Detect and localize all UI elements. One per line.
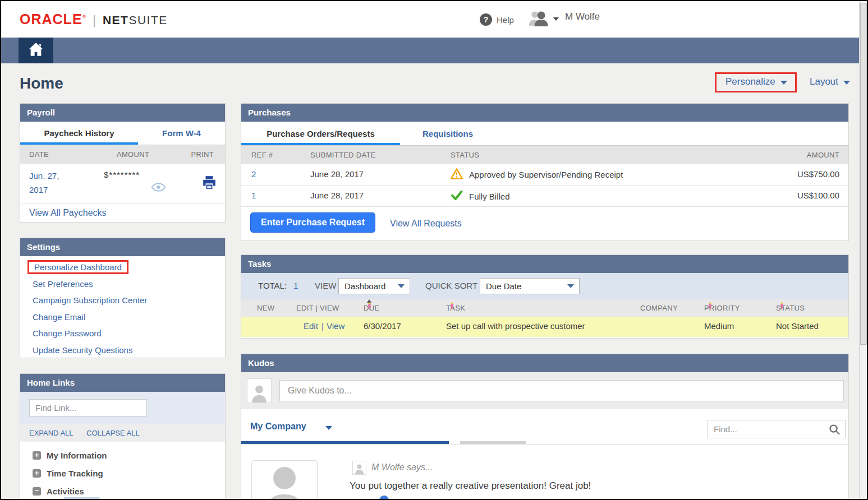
paycheck-amount-masked: $********	[104, 170, 140, 179]
tree-item-activities[interactable]: − Activities	[20, 482, 225, 500]
settings-item: Change Password	[20, 325, 225, 342]
expand-all-link[interactable]: EXPAND ALL	[29, 429, 74, 437]
task-title-cell: Set up call with prospective customer	[446, 321, 585, 331]
help-icon[interactable]: ?	[480, 13, 492, 26]
col-amount: AMOUNT	[807, 146, 839, 164]
tasks-portlet: Tasks TOTAL: 1 VIEW Dashboard QUICK SORT…	[241, 254, 849, 339]
page-title: Home	[20, 75, 63, 92]
change-password-link[interactable]: Change Password	[20, 328, 102, 338]
kudos-feed-tabs: My Company	[241, 409, 848, 445]
main-nav-bar	[1, 38, 859, 63]
user-menu-button[interactable]	[527, 10, 559, 29]
collapse-all-link[interactable]: COLLAPSE ALL	[86, 429, 140, 437]
task-due-date-cell: 6/30/2017	[364, 321, 401, 331]
like-icon[interactable]	[379, 496, 389, 500]
vertical-scrollbar[interactable]	[859, 1, 867, 499]
find-link-input[interactable]	[29, 399, 147, 416]
paycheck-row: Jun. 27, 2017 $********	[20, 164, 225, 203]
chevron-down-icon[interactable]	[780, 81, 787, 85]
purchase-amount-cell: US$750.00	[797, 169, 839, 179]
col-submitted-date: SUBMITTED DATE	[310, 146, 376, 164]
tab-purchase-orders-requests[interactable]: Purchase Orders/Requests	[241, 122, 400, 145]
collapse-minus-icon[interactable]: −	[33, 487, 41, 496]
purchases-table-header: REF # SUBMITTED DATE STATUS AMOUNT	[241, 146, 848, 164]
tree-item-label[interactable]: Activities	[47, 487, 84, 496]
purchase-status-text: Fully Billed	[469, 192, 510, 201]
view-all-paychecks-link[interactable]: View All Paychecks	[29, 208, 107, 218]
expand-plus-icon[interactable]: +	[33, 451, 41, 460]
payroll-portlet-title: Payroll	[20, 104, 225, 122]
home-nav-button[interactable]	[19, 38, 53, 63]
oracle-wordmark: ORACLE	[20, 11, 82, 27]
tree-item-time-tracking[interactable]: + Time Tracking	[20, 464, 225, 482]
chevron-down-icon[interactable]	[843, 81, 850, 85]
edit-pencil-icon[interactable]	[708, 299, 713, 317]
edit-pencil-icon[interactable]	[367, 299, 372, 317]
tree-item-label[interactable]: My Information	[47, 451, 107, 460]
campaign-subscription-center-link[interactable]: Campaign Subscription Center	[20, 295, 147, 305]
home-links-portlet-title: Home Links	[20, 374, 225, 392]
col-edit-view: EDIT | VIEW	[296, 299, 339, 317]
view-dropdown-value[interactable]: Dashboard	[345, 281, 385, 291]
post-author-says: M Wolfe says...	[371, 462, 433, 473]
check-icon	[451, 189, 463, 203]
chevron-down-icon[interactable]	[398, 284, 405, 288]
personalize-dropdown[interactable]: Personalize	[715, 72, 797, 92]
expand-plus-icon[interactable]: +	[33, 469, 41, 478]
give-kudos-bar	[241, 372, 848, 409]
scrollbar-thumb[interactable]	[860, 3, 867, 345]
settings-item: Update Security Questions	[20, 342, 225, 359]
user-menu-caret-icon[interactable]	[553, 17, 559, 21]
edit-pencil-icon[interactable]	[449, 299, 454, 317]
reveal-amount-eye-icon[interactable]	[151, 182, 166, 194]
view-dropdown[interactable]: Dashboard	[338, 278, 410, 294]
chevron-down-icon[interactable]	[325, 426, 332, 430]
personalize-label[interactable]: Personalize	[725, 76, 775, 87]
tree-item-label[interactable]: Time Tracking	[47, 469, 103, 478]
edit-pencil-icon[interactable]	[779, 299, 784, 317]
enter-purchase-request-button[interactable]: Enter Purchase Request	[250, 212, 375, 233]
col-amount: AMOUNT	[117, 145, 149, 164]
task-view-link[interactable]: View	[327, 321, 345, 331]
search-icon[interactable]	[828, 423, 841, 438]
update-security-questions-link[interactable]: Update Security Questions	[20, 345, 132, 355]
tab-my-company[interactable]: My Company	[250, 422, 306, 432]
view-all-requests-link[interactable]: View All Requests	[390, 219, 462, 229]
annotation-personalize-dashboard-box: Personalize Dashboard	[27, 260, 128, 274]
set-preferences-link[interactable]: Set Preferences	[20, 279, 93, 289]
purchase-status-text: Approved by Supervisor/Pending Receipt	[469, 170, 623, 179]
layout-dropdown[interactable]: Layout	[810, 76, 850, 87]
help-button[interactable]: ? Help	[480, 13, 514, 26]
quick-sort-dropdown[interactable]: Due Date	[480, 278, 580, 294]
kudos-portlet-title: Kudos	[241, 354, 848, 372]
home-links-portlet: Home Links EXPAND ALL COLLAPSE ALL + My …	[20, 373, 226, 500]
tab-form-w4[interactable]: Form W-4	[138, 122, 225, 145]
user-avatar-icon[interactable]	[527, 10, 550, 29]
quick-sort-dropdown-value[interactable]: Due Date	[486, 281, 521, 291]
tasks-portlet-title: Tasks	[241, 255, 848, 273]
purchase-ref-link[interactable]: 2	[251, 169, 256, 179]
task-edit-link[interactable]: Edit	[304, 321, 318, 331]
change-email-link[interactable]: Change Email	[20, 312, 85, 322]
tab-paycheck-history[interactable]: Paycheck History	[20, 122, 138, 145]
feed-search-input[interactable]	[708, 420, 823, 438]
settings-item: Change Email	[20, 309, 225, 326]
purchases-portlet: Purchases Purchase Orders/Requests Requi…	[241, 103, 849, 241]
settings-portlet-title: Settings	[20, 238, 225, 256]
tasks-controls-bar: TOTAL: 1 VIEW Dashboard QUICK SORT Due D…	[241, 273, 848, 299]
tree-item-my-information[interactable]: + My Information	[20, 446, 225, 464]
paycheck-date-link[interactable]: Jun. 27, 2017	[29, 169, 59, 197]
give-kudos-input[interactable]	[279, 380, 844, 401]
help-label[interactable]: Help	[497, 15, 514, 25]
post-message: You put together a really creative prese…	[350, 480, 591, 492]
post-author-avatar-small	[352, 461, 366, 475]
layout-label[interactable]: Layout	[810, 76, 838, 87]
chevron-down-icon[interactable]	[567, 284, 574, 288]
print-paycheck-icon[interactable]	[202, 175, 217, 191]
tab-requisitions[interactable]: Requisitions	[400, 122, 495, 145]
purchase-ref-link[interactable]: 1	[251, 191, 256, 200]
active-tab-underline	[20, 142, 138, 145]
registered-mark: ®	[82, 14, 86, 20]
personalize-dashboard-link[interactable]: Personalize Dashboard	[34, 262, 122, 272]
purchase-date-cell: June 28, 2017	[310, 191, 364, 200]
